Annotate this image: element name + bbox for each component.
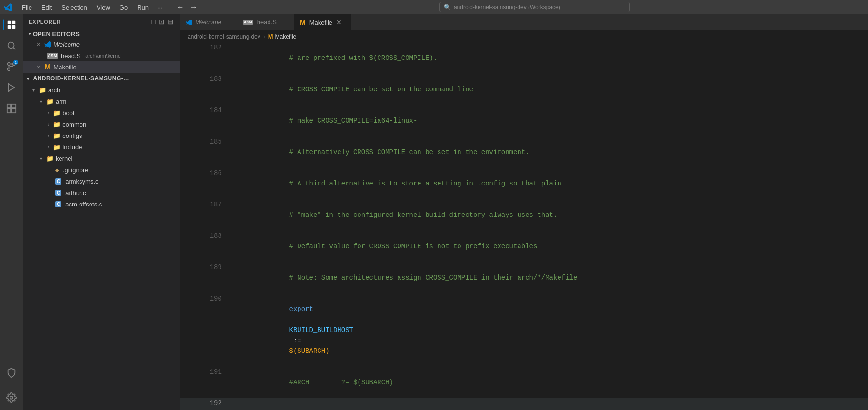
- editor-item-makefile[interactable]: ✕ M Makefile: [23, 61, 180, 73]
- tab-makefile[interactable]: M Makefile ✕: [294, 14, 351, 30]
- menu-go[interactable]: Go: [116, 3, 131, 12]
- line-content-182[interactable]: # are prefixed with $(CROSS_COMPILE).: [229, 42, 868, 74]
- c-file-icon-asm-offsets: C: [55, 201, 61, 207]
- sidebar-item-extensions[interactable]: [3, 100, 20, 117]
- remote-icon[interactable]: [3, 364, 20, 381]
- open-editors-section[interactable]: ▾ OPEN EDITORS: [23, 29, 180, 39]
- tree-item-arm[interactable]: ▾ 📁 arm: [23, 96, 180, 107]
- open-editors-label: OPEN EDITORS: [33, 30, 80, 38]
- menu-view[interactable]: View: [93, 3, 114, 12]
- sidebar-item-explorer[interactable]: [3, 16, 20, 33]
- explorer-header: EXPLORER □ ⊡ ⊟: [23, 14, 180, 29]
- workspace-search-label: android-kernel-samsung-dev (Workspace): [454, 4, 560, 10]
- editor-area: Welcome ASM head.S M Makefile ✕ android-…: [180, 14, 868, 410]
- folder-boot-label: boot: [62, 109, 74, 117]
- tab-bar: Welcome ASM head.S M Makefile ✕: [180, 14, 868, 31]
- sidebar-item-settings[interactable]: [3, 389, 20, 406]
- folder-arm-icon: 📁: [46, 98, 54, 105]
- line-content-185[interactable]: # Alternatively CROSS_COMPILE can be set…: [229, 137, 868, 168]
- common-chevron: ›: [48, 122, 49, 127]
- code-editor[interactable]: 182 # are prefixed with $(CROSS_COMPILE)…: [180, 42, 868, 410]
- code-comment: # Note: Some architectures assign CROSS_…: [289, 274, 578, 282]
- tree-item-arch[interactable]: ▾ 📁 arch: [23, 84, 180, 96]
- tab-heads[interactable]: ASM head.S: [237, 14, 294, 30]
- tree-item-configs[interactable]: › 📁 configs: [23, 130, 180, 141]
- tree-item-include[interactable]: › 📁 include: [23, 141, 180, 153]
- close-makefile-button[interactable]: ✕: [36, 64, 40, 70]
- configs-chevron: ›: [48, 133, 49, 138]
- line-content-184[interactable]: # make CROSS_COMPILE=ia64-linux-: [229, 105, 868, 137]
- line-content-189[interactable]: # Note: Some architectures assign CROSS_…: [229, 262, 868, 293]
- code-comment: # are prefixed with $(CROSS_COMPILE).: [289, 54, 438, 62]
- svg-rect-3: [12, 25, 15, 29]
- line-number-185: 185: [180, 137, 229, 168]
- line-number-183: 183: [180, 74, 229, 105]
- menu-file[interactable]: File: [18, 3, 36, 12]
- menu-edit[interactable]: Edit: [38, 3, 56, 12]
- code-variable: KBUILD_BUILDHOST: [289, 326, 353, 334]
- welcome-filename: Welcome: [54, 41, 80, 48]
- line-number-186: 186: [180, 168, 229, 199]
- new-folder-icon[interactable]: ⊡: [159, 18, 165, 26]
- tab-makefile-label: Makefile: [309, 19, 332, 26]
- close-makefile-tab-button[interactable]: ✕: [336, 19, 342, 26]
- code-comment: # make CROSS_COMPILE=ia64-linux-: [289, 117, 418, 125]
- workspace-search[interactable]: 🔍 android-kernel-samsung-dev (Workspace): [439, 2, 630, 12]
- line-content-186[interactable]: # A third alternative is to store a sett…: [229, 168, 868, 199]
- code-line-185: 185 # Alternatively CROSS_COMPILE can be…: [180, 137, 868, 168]
- folder-kernel-icon: 📁: [46, 155, 54, 162]
- line-number-190: 190: [180, 293, 229, 367]
- code-text: [289, 316, 293, 323]
- line-number-188: 188: [180, 231, 229, 262]
- tree-item-kernel[interactable]: ▾ 📁 kernel: [23, 153, 180, 164]
- open-editors-chevron: ▾: [29, 31, 31, 37]
- code-line-189: 189 # Note: Some architectures assign CR…: [180, 262, 868, 293]
- tree-item-asm-offsets[interactable]: C asm-offsets.c: [23, 198, 180, 210]
- breadcrumb-makefile[interactable]: M Makefile: [268, 33, 297, 40]
- menu-selection[interactable]: Selection: [58, 3, 90, 12]
- project-root[interactable]: ▾ ANDROID-KERNEL-SAMSUNG-...: [23, 73, 180, 84]
- line-content-192[interactable]: ARCH ?= arm: [229, 398, 868, 410]
- sidebar-item-search[interactable]: [3, 37, 20, 54]
- tree-item-armksyms[interactable]: C armksyms.c: [23, 176, 180, 187]
- line-content-187[interactable]: # "make" in the configured kernel build …: [229, 199, 868, 231]
- folder-include-label: include: [62, 144, 82, 151]
- code-comment-assign: #ARCH ?= $(SUBARCH): [289, 379, 393, 386]
- tree-item-arthur[interactable]: C arthur.c: [23, 187, 180, 198]
- folder-arm-label: arm: [56, 98, 66, 105]
- code-line-190: 190 export KBUILD_BUILDHOST := $(SUBARCH…: [180, 293, 868, 367]
- sidebar-item-source-control[interactable]: 1: [3, 58, 20, 75]
- editor-item-heads[interactable]: ASM head.S arch\arm\kernel: [23, 50, 180, 61]
- code-keyword: export: [289, 305, 313, 313]
- line-content-183[interactable]: # CROSS_COMPILE can be set on the comman…: [229, 74, 868, 105]
- editor-item-welcome[interactable]: ✕ Welcome: [23, 39, 180, 50]
- line-number-192: 192: [180, 398, 229, 410]
- folder-arch-icon: 📁: [39, 87, 46, 94]
- nav-forward-button[interactable]: →: [188, 3, 200, 11]
- tree-item-gitignore[interactable]: ◆ .gitignore: [23, 164, 180, 176]
- folder-common-icon: 📁: [53, 121, 60, 128]
- tree-item-common[interactable]: › 📁 common: [23, 118, 180, 130]
- sidebar-item-run[interactable]: [3, 79, 20, 96]
- titlebar: File Edit Selection View Go Run ··· ← → …: [0, 0, 868, 14]
- close-welcome-button[interactable]: ✕: [36, 41, 40, 48]
- tab-welcome[interactable]: Welcome: [180, 14, 237, 30]
- line-content-191[interactable]: #ARCH ?= $(SUBARCH): [229, 367, 868, 398]
- makefile-filename: Makefile: [53, 64, 76, 71]
- activity-bar: 1: [0, 14, 23, 410]
- svg-rect-2: [8, 25, 11, 29]
- makefile-file-icon: M: [44, 63, 50, 71]
- menu-more[interactable]: ···: [154, 3, 165, 12]
- menu-run[interactable]: Run: [133, 3, 152, 12]
- vscode-file-icon: [44, 41, 51, 48]
- tab-welcome-label: Welcome: [196, 19, 221, 26]
- line-content-190[interactable]: export KBUILD_BUILDHOST := $(SUBARCH): [229, 293, 868, 367]
- heads-path: arch\arm\kernel: [85, 53, 121, 59]
- breadcrumb: android-kernel-samsung-dev › M Makefile: [180, 31, 868, 42]
- tree-item-boot[interactable]: › 📁 boot: [23, 107, 180, 118]
- breadcrumb-project[interactable]: android-kernel-samsung-dev: [188, 33, 260, 40]
- collapse-all-icon[interactable]: ⊟: [168, 18, 174, 26]
- new-file-icon[interactable]: □: [151, 18, 156, 26]
- nav-back-button[interactable]: ←: [175, 3, 186, 11]
- line-content-188[interactable]: # Default value for CROSS_COMPILE is not…: [229, 231, 868, 262]
